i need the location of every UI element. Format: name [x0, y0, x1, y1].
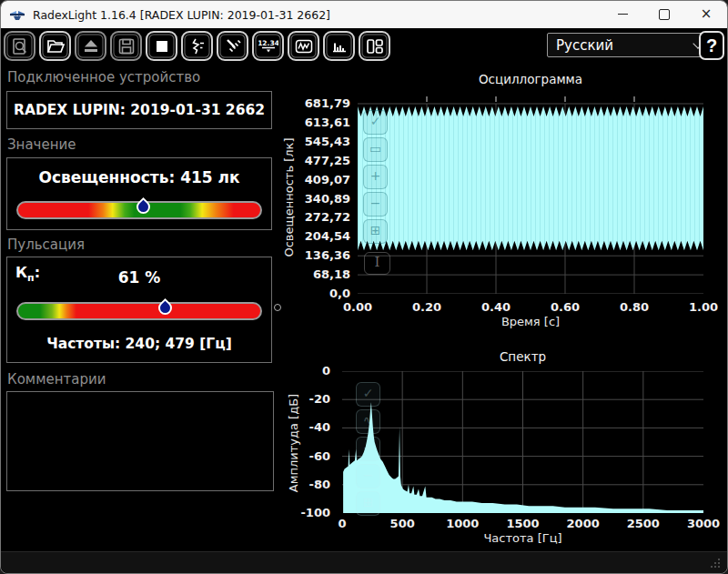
oscillogram-xlabel: Время [с] [358, 315, 703, 328]
chart-tool-button[interactable]: + [363, 165, 388, 189]
osc-y-tick: 0,0 [329, 287, 350, 300]
osc-x-tick: 0.40 [481, 300, 511, 314]
chart-tool-button[interactable]: + [356, 437, 380, 461]
maximize-button[interactable] [643, 1, 685, 27]
status-bar [1, 551, 727, 573]
illuminance-marker [134, 197, 153, 217]
open-folder-icon [46, 36, 66, 56]
spec-x-tick: 2500 [627, 517, 660, 530]
language-value: Русский [556, 37, 613, 54]
oscillogram-ytick-labels: 681,79613,61545,43477,25409,07340,89272,… [278, 96, 352, 298]
chart-tool-button[interactable]: − [363, 192, 388, 217]
spec-y-tick: -40 [309, 420, 331, 434]
comments-input[interactable] [7, 392, 273, 490]
spectrum-svg [342, 371, 703, 513]
chart-tool-button[interactable]: − [356, 464, 380, 488]
spec-y-tick: 0 [322, 364, 330, 378]
spec-x-tick: 500 [390, 517, 415, 530]
oscillogram-zoom-toolbar: ✓▭+−⊞ [363, 110, 388, 244]
pulsation-box: Кп: 61 % Частоты: 240; 479 [Гц] [6, 257, 272, 363]
spec-x-tick: 1500 [506, 517, 539, 530]
osc-y-tick: 409,07 [305, 173, 350, 186]
stop-square-icon [152, 36, 172, 56]
kp-label: Кп: [15, 264, 40, 284]
chart-tool-button[interactable]: ✓ [363, 110, 388, 135]
spec-y-tick: -20 [309, 392, 331, 406]
save-icon [116, 36, 136, 56]
spectrum-view-button[interactable] [323, 31, 355, 61]
oscillogram-title: Осциллограмма [358, 72, 703, 86]
language-select[interactable]: Русский [547, 33, 711, 57]
spectrum-plot[interactable] [342, 371, 703, 513]
minimize-icon [618, 14, 628, 15]
spec-x-tick: 1000 [446, 517, 479, 530]
comments-section-label: Комментарии [7, 371, 106, 388]
oscillogram-xtick-labels: 0.000.200.400.600.801.00 [358, 300, 703, 315]
pulsation-section-label: Пульсация [7, 237, 85, 253]
pulsation-scale-bar [16, 302, 262, 320]
close-button[interactable]: × [685, 1, 727, 27]
spectrum-ytick-labels: 0-20-40-60-80-100 [274, 364, 334, 520]
chart-tool-button[interactable]: ✓ [356, 382, 380, 407]
osc-y-tick: 681,79 [305, 96, 350, 110]
osc-y-tick: 272,72 [305, 210, 350, 224]
layout-icon [365, 36, 385, 56]
app-icon [9, 8, 25, 22]
osc-x-tick: 0.20 [412, 300, 441, 314]
title-bar: RadexLight 1.16.4 [RADEX LUPIN: 2019-01-… [1, 1, 727, 28]
pulsation-marker [156, 298, 175, 317]
search-preview-button[interactable] [4, 31, 35, 61]
erase-brush-button[interactable] [217, 31, 248, 61]
layout-view-button[interactable] [359, 31, 390, 61]
spec-y-tick: -60 [309, 449, 331, 463]
oscillogram-svg [358, 96, 703, 294]
spectrum-title: Спектр [342, 349, 703, 364]
open-file-button[interactable] [39, 31, 71, 61]
chart-tool-button[interactable]: ⊞ [356, 491, 380, 516]
eject-device-button[interactable] [75, 31, 106, 61]
toolbar: 12.34 Русский ? [1, 28, 727, 64]
splitter-dot [274, 304, 281, 311]
value-box: Освещенность: 415 лк [6, 157, 272, 230]
oscillogram-cursor-button[interactable]: I [364, 252, 390, 275]
spectrum-xtick-labels: 050010001500200025003000 [342, 517, 703, 531]
svg-text:12.34: 12.34 [258, 38, 278, 46]
osc-y-tick: 340,89 [305, 192, 350, 206]
help-button[interactable]: ? [699, 31, 724, 60]
bar-chart-icon [329, 36, 349, 56]
frequencies-text: Частоты: 240; 479 [Гц] [7, 336, 271, 352]
oscillogram-plot[interactable] [358, 96, 703, 294]
oscillogram-view-button[interactable] [288, 31, 319, 61]
value-section-label: Значение [7, 136, 76, 153]
chart-tool-button[interactable]: ▭ [363, 137, 388, 162]
spec-x-tick: 3000 [687, 517, 720, 530]
connected-device-label: Подключенное устройство [7, 69, 200, 86]
chart-tool-button[interactable]: ∿ [356, 409, 380, 434]
spec-x-tick: 0 [338, 517, 346, 530]
spec-x-tick: 2000 [567, 517, 600, 530]
spec-y-tick: -100 [300, 506, 330, 519]
osc-y-tick: 204,54 [305, 229, 350, 243]
spec-y-tick: -80 [309, 478, 331, 491]
numeric-display-button[interactable]: 12.34 [252, 31, 284, 61]
illuminance-reading: Освещенность: 415 лк [7, 168, 271, 186]
device-name-box: RADEX LUPIN: 2019-01-31 2662 [6, 91, 272, 129]
stop-record-button[interactable] [146, 31, 177, 61]
osc-y-tick: 477,25 [305, 154, 350, 167]
spectrum-zoom-toolbar: ✓∿+−⊞ [356, 382, 380, 516]
ecg-trace-icon [187, 36, 207, 56]
brush-icon [223, 36, 243, 56]
app-window: RadexLight 1.16.4 [RADEX LUPIN: 2019-01-… [0, 0, 728, 574]
kp-value: 61 % [7, 268, 271, 287]
osc-x-tick: 0.00 [343, 300, 372, 314]
device-name: RADEX LUPIN: 2019-01-31 2662 [14, 102, 265, 118]
minimize-button[interactable] [602, 1, 643, 27]
osc-x-tick: 0.60 [551, 300, 580, 314]
pulse-meter-button[interactable] [181, 31, 213, 61]
save-file-button[interactable] [110, 31, 142, 61]
app-logo-icon [9, 8, 25, 22]
search-icon [10, 36, 30, 56]
osc-x-tick: 1.00 [689, 300, 718, 314]
chart-tool-button[interactable]: ⊞ [363, 219, 388, 244]
resize-grip-icon[interactable] [718, 566, 720, 568]
